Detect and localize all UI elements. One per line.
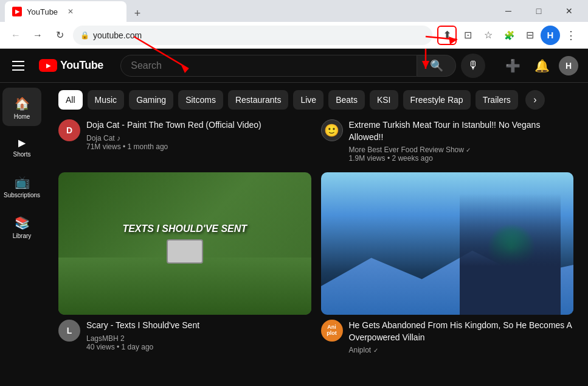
home-icon: 🏠 xyxy=(15,96,30,111)
video-meta-anime: Aniplot He Gets Abandoned From His Kingd… xyxy=(321,320,574,354)
address-text: youtube.com xyxy=(93,30,425,40)
yt-main-content: All Music Gaming Sitcoms Restaurants Liv… xyxy=(44,83,588,386)
video-item-doja[interactable]: D Doja Cat - Paint The Town Red (Officia… xyxy=(58,119,311,163)
channel-name-texts: LagsMBH 2 xyxy=(86,334,125,343)
sidebar-item-subscriptions[interactable]: 📺 Subscriptions xyxy=(2,166,41,205)
thumb-texts-visual: TEXTS I SHOULD'VE SENT xyxy=(58,172,311,315)
yt-sidebar: 🏠 Home ▶ Shorts 📺 Subscriptions 📚 Librar… xyxy=(0,83,44,386)
sidebar-item-library[interactable]: 📚 Library xyxy=(2,207,41,245)
back-button[interactable]: ← xyxy=(7,27,24,44)
subscriptions-icon: 📺 xyxy=(15,175,30,189)
filter-chip-freestyle-rap[interactable]: Freestyle Rap xyxy=(403,90,471,110)
channel-avatar-anime: Aniplot xyxy=(321,320,343,342)
filter-chips: All Music Gaming Sitcoms Restaurants Liv… xyxy=(58,90,573,110)
maximize-button[interactable]: □ xyxy=(525,2,553,19)
video-meta-doja: D Doja Cat - Paint The Town Red (Officia… xyxy=(58,119,311,151)
sidebar-item-home[interactable]: 🏠 Home xyxy=(2,88,41,126)
extension-button[interactable]: 🧩 xyxy=(499,26,519,45)
video-stats-texts: 40 views • 1 day ago xyxy=(86,343,153,351)
verified-check-turkish: ✓ xyxy=(466,147,471,153)
filter-chip-all[interactable]: All xyxy=(58,90,83,110)
minimize-button[interactable]: ─ xyxy=(494,2,522,19)
cast-button[interactable]: ⊡ xyxy=(458,26,477,45)
filter-chip-beats[interactable]: Beats xyxy=(328,90,365,110)
search-box[interactable] xyxy=(120,55,417,77)
profile-button[interactable]: H xyxy=(541,26,560,45)
anime-char-silhouette xyxy=(460,194,561,315)
search-button[interactable]: 🔍 xyxy=(417,55,456,77)
thumbnail-texts: TEXTS I SHOULD'VE SENT xyxy=(58,172,311,315)
video-info-anime: He Gets Abandoned From His Kingdom, So H… xyxy=(349,320,574,354)
close-button[interactable]: ✕ xyxy=(555,2,583,19)
filter-next-button[interactable]: › xyxy=(525,90,545,110)
notification-button[interactable]: 🔔 xyxy=(530,54,554,78)
new-tab-button[interactable]: + xyxy=(129,5,146,22)
filter-chip-live[interactable]: Live xyxy=(293,90,323,110)
channel-avatar-texts: L xyxy=(58,320,80,342)
channel-name-doja: Doja Cat xyxy=(86,134,115,142)
hamburger-menu[interactable] xyxy=(10,56,29,75)
user-avatar[interactable]: H xyxy=(559,56,578,75)
library-icon: 📚 xyxy=(15,216,30,230)
video-title-anime: He Gets Abandoned From His Kingdom, So H… xyxy=(349,320,574,343)
active-tab[interactable]: ▶ YouTube ✕ xyxy=(5,1,126,22)
filter-chip-music[interactable]: Music xyxy=(88,90,125,110)
video-sub-texts: LagsMBH 2 40 views • 1 day ago xyxy=(86,334,311,351)
video-sub-doja: Doja Cat ♪ 71M views • 1 month ago xyxy=(86,134,311,151)
sidebar-library-label: Library xyxy=(13,233,32,239)
video-title-texts: Scary - Texts I Should've Sent xyxy=(86,320,311,332)
refresh-button[interactable]: ↻ xyxy=(51,27,68,44)
video-info-doja: Doja Cat - Paint The Town Red (Official … xyxy=(86,119,311,151)
video-item-texts[interactable]: TEXTS I SHOULD'VE SENT L Scary - Texts I… xyxy=(58,172,311,354)
shorts-icon: ▶ xyxy=(18,137,26,149)
video-meta-texts: L Scary - Texts I Should've Sent LagsMBH… xyxy=(58,320,311,351)
channel-name-anime: Aniplot xyxy=(349,346,372,354)
filter-chip-gaming[interactable]: Gaming xyxy=(129,90,173,110)
more-button[interactable]: ⋮ xyxy=(561,26,581,45)
search-icon: 🔍 xyxy=(430,59,443,72)
header-actions: ➕ 🔔 H xyxy=(500,54,578,78)
create-button[interactable]: ➕ xyxy=(500,54,525,78)
thumb-grass xyxy=(58,258,311,314)
tab-close-button[interactable]: ✕ xyxy=(65,6,76,17)
search-input[interactable] xyxy=(131,60,407,71)
video-title-turkish: Extreme Turkish Meat Tour in Istanbul!! … xyxy=(349,119,574,143)
thumb-anime-visual xyxy=(321,172,574,315)
filter-chip-sitcoms[interactable]: Sitcoms xyxy=(178,90,223,110)
video-item-turkish[interactable]: 🙂 Extreme Turkish Meat Tour in Istanbul!… xyxy=(321,119,574,163)
upload-to-drive-button[interactable]: ⬆ xyxy=(437,26,457,45)
yt-logo-icon xyxy=(39,59,57,72)
video-sub-turkish: More Best Ever Food Review Show ✓ 1.9M v… xyxy=(349,146,574,163)
yt-body: 🏠 Home ▶ Shorts 📺 Subscriptions 📚 Librar… xyxy=(0,83,588,386)
bookmark-button[interactable]: ☆ xyxy=(479,26,498,45)
video-info-turkish: Extreme Turkish Meat Tour in Istanbul!! … xyxy=(349,119,574,163)
sidebar-subscriptions-label: Subscriptions xyxy=(4,192,40,198)
tab-title: YouTube xyxy=(27,7,58,16)
video-stats-turkish: 1.9M views • 2 weeks ago xyxy=(349,154,433,163)
thumb-texts-title: TEXTS I SHOULD'VE SENT xyxy=(122,223,247,234)
search-container: 🔍 🎙 xyxy=(120,54,485,78)
tab-favicon: ▶ xyxy=(12,7,22,16)
channel-avatar-turkish: 🙂 xyxy=(321,119,343,141)
filter-chip-trailers[interactable]: Trailers xyxy=(476,90,518,110)
video-title-doja: Doja Cat - Paint The Town Red (Official … xyxy=(86,119,311,132)
video-info-texts: Scary - Texts I Should've Sent LagsMBH 2… xyxy=(86,320,311,351)
filter-chip-ksi[interactable]: KSI xyxy=(370,90,398,110)
video-grid: D Doja Cat - Paint The Town Red (Officia… xyxy=(58,119,573,354)
sidebar-toggle-button[interactable]: ⊟ xyxy=(520,26,539,45)
forward-button[interactable]: → xyxy=(29,27,46,44)
mic-icon: 🎙 xyxy=(468,59,479,72)
verified-check-anime: ✓ xyxy=(373,347,378,354)
sidebar-item-shorts[interactable]: ▶ Shorts xyxy=(2,128,41,164)
thumb-keyboard xyxy=(167,239,203,264)
filter-chip-restaurants[interactable]: Restaurants xyxy=(228,90,288,110)
yt-logo[interactable]: YouTube xyxy=(39,59,103,72)
thumbnail-anime xyxy=(321,172,574,315)
mic-button[interactable]: 🎙 xyxy=(461,54,485,78)
channel-name-turkish: More Best Ever Food Review Show xyxy=(349,146,464,154)
video-sub-anime: Aniplot ✓ xyxy=(349,346,574,354)
channel-suffix-doja: ♪ xyxy=(117,134,120,142)
video-item-anime[interactable]: Aniplot He Gets Abandoned From His Kingd… xyxy=(321,172,574,354)
address-bar[interactable]: 🔒 youtube.com xyxy=(73,26,432,45)
video-stats-doja: 71M views • 1 month ago xyxy=(86,142,168,151)
